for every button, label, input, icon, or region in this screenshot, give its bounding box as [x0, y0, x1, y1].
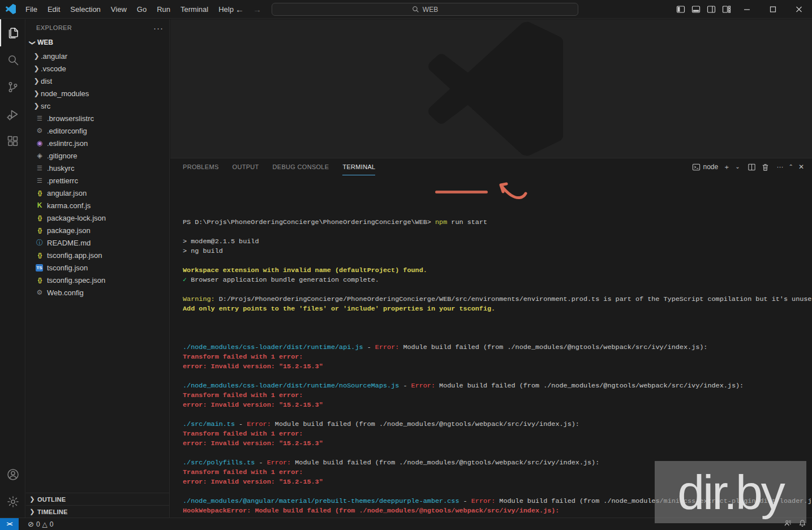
remote-indicator[interactable]: ><: [0, 518, 19, 530]
tree-item-karma.conf.js[interactable]: Kkarma.conf.js: [26, 199, 169, 212]
tree-item-label: angular.json: [47, 189, 87, 197]
terminal-line: PS D:\Projs\PhoneOrderingConcierge\Phone…: [183, 218, 812, 227]
tree-item-README.md[interactable]: ⓘREADME.md: [26, 236, 169, 249]
menu-go[interactable]: Go: [132, 0, 152, 19]
tree-item-package-lock.json[interactable]: {}package-lock.json: [26, 212, 169, 224]
explorer-sidebar: EXPLORER ··· ❯ WEB ❯.angular❯.vscode❯dis…: [26, 19, 170, 518]
activity-search-icon[interactable]: [0, 46, 25, 74]
menu-view[interactable]: View: [106, 0, 132, 19]
tree-item-label: .huskyrc: [47, 164, 74, 173]
menu-terminal[interactable]: Terminal: [175, 0, 213, 19]
tree-item-.prettierrc[interactable]: ☰.prettierrc: [26, 174, 169, 187]
tree-item-label: dist: [41, 77, 52, 85]
activity-accounts-icon[interactable]: [0, 461, 25, 488]
new-terminal-icon[interactable]: ＋: [723, 163, 730, 170]
tree-item-package.json[interactable]: {}package.json: [26, 224, 169, 236]
terminal-line: Transform failed with 1 error:: [183, 352, 812, 362]
terminal-icon: [692, 163, 701, 171]
menu-file[interactable]: File: [20, 0, 42, 19]
nav-back-button[interactable]: ←: [235, 5, 244, 14]
panel-tabs: PROBLEMSOUTPUTDEBUG CONSOLETERMINAL: [183, 158, 375, 175]
sidebar-bottom-sections: ❯OUTLINE❯TIMELINE: [26, 493, 169, 518]
tree-item-.vscode[interactable]: ❯.vscode: [26, 62, 169, 75]
panel-more-actions-icon[interactable]: ···: [777, 163, 784, 170]
layout-sidebar-left-icon[interactable]: [673, 0, 688, 19]
panel-tab-output[interactable]: OUTPUT: [233, 158, 259, 175]
tree-item-label: tsconfig.json: [47, 264, 88, 272]
terminal-line: [183, 227, 812, 237]
layout-customize-icon[interactable]: [719, 0, 734, 19]
activity-settings-icon[interactable]: [0, 488, 25, 515]
editor-area[interactable]: [170, 19, 812, 158]
launch-profile-chevron-icon[interactable]: ⌄: [735, 164, 740, 170]
tree-item-label: .prettierrc: [47, 176, 78, 185]
tree-root-web[interactable]: ❯ WEB: [26, 36, 169, 49]
layout-panel-icon[interactable]: [688, 0, 703, 19]
layout-sidebar-right-icon[interactable]: [703, 0, 719, 19]
gear-icon: ⚙: [35, 288, 44, 296]
activity-source-control-icon[interactable]: [0, 74, 25, 101]
menu-edit[interactable]: Edit: [42, 0, 65, 19]
search-icon: [412, 6, 419, 13]
tree-item-.editorconfig[interactable]: ⚙.editorconfig: [26, 124, 169, 137]
activity-run-and-debug-icon[interactable]: [0, 101, 25, 128]
terminal-line: ./node_modules/css-loader/dist/runtime/a…: [183, 343, 812, 352]
split-terminal-icon[interactable]: [747, 163, 756, 171]
terminal-profile[interactable]: node: [692, 163, 718, 171]
tree-item-label: README.md: [47, 239, 91, 247]
warnings-count: 0: [50, 520, 54, 528]
kill-terminal-icon[interactable]: [761, 163, 770, 171]
info-icon: ⓘ: [35, 238, 44, 248]
nav-forward-button[interactable]: →: [253, 5, 261, 14]
tree-item-.browserslistrc[interactable]: ☰.browserslistrc: [26, 112, 169, 124]
tree-item-.angular[interactable]: ❯.angular: [26, 50, 169, 62]
tree-item-label: Web.config: [47, 288, 84, 297]
problems-status[interactable]: ⊘ 0 △ 0: [25, 518, 57, 530]
menu-run[interactable]: Run: [152, 0, 175, 19]
tree-item-label: tsconfig.spec.json: [47, 276, 105, 285]
maximize-panel-icon[interactable]: ⌃: [789, 164, 793, 170]
activity-extensions-icon[interactable]: [0, 128, 25, 155]
window-controls: [673, 0, 812, 19]
tree-item-angular.json[interactable]: {}angular.json: [26, 187, 169, 199]
tree-item-label: .eslintrc.json: [47, 139, 88, 148]
sidebar-title: EXPLORER: [36, 24, 72, 31]
more-actions-icon[interactable]: ···: [153, 23, 164, 33]
panel-tab-terminal[interactable]: TERMINAL: [342, 158, 375, 175]
close-panel-icon[interactable]: ✕: [798, 163, 804, 170]
terminal-line: ./node_modules/css-loader/dist/runtime/n…: [183, 381, 812, 391]
section-outline[interactable]: ❯OUTLINE: [26, 493, 169, 505]
activity-explorer-icon[interactable]: [0, 19, 25, 46]
tree-item-src[interactable]: ❯src: [26, 100, 169, 112]
json-icon: {}: [35, 252, 44, 258]
menu-selection[interactable]: Selection: [65, 0, 105, 19]
minimize-button[interactable]: [734, 0, 760, 19]
tree-item-.eslintrc.json[interactable]: ◉.eslintrc.json: [26, 137, 169, 149]
close-window-button[interactable]: [786, 0, 812, 19]
tree-item-Web.config[interactable]: ⚙Web.config: [26, 286, 169, 299]
tree-item-label: src: [41, 102, 50, 110]
panel-tab-problems[interactable]: PROBLEMS: [183, 158, 219, 175]
terminal-line: Workspace extension with invalid name (d…: [183, 266, 812, 275]
tree-item-dist[interactable]: ❯dist: [26, 75, 169, 87]
tree-item-.huskyrc[interactable]: ☰.huskyrc: [26, 162, 169, 174]
tree-item-node_modules[interactable]: ❯node_modules: [26, 87, 169, 100]
terminal-line: Transform failed with 1 error:: [183, 391, 812, 400]
section-timeline[interactable]: ❯TIMELINE: [26, 505, 169, 518]
tree-item-tsconfig.spec.json[interactable]: {}tsconfig.spec.json: [26, 274, 169, 286]
tree-item-.gitignore[interactable]: ◈.gitignore: [26, 149, 169, 162]
tree-item-tsconfig.app.json[interactable]: {}tsconfig.app.json: [26, 249, 169, 261]
terminal-line: > ng build: [183, 247, 812, 256]
tree-item-tsconfig.json[interactable]: TStsconfig.json: [26, 261, 169, 274]
terminal-line: [183, 324, 812, 333]
menu-bar: FileEditSelectionViewGoRunTerminalHelp: [20, 0, 239, 18]
command-center-search[interactable]: WEB: [272, 3, 578, 16]
terminal-line: ./src/main.ts - Error: Module build fail…: [183, 420, 812, 429]
panel-tab-debug-console[interactable]: DEBUG CONSOLE: [273, 158, 329, 175]
chevron-right-icon: ❯: [32, 64, 41, 72]
list-icon: ☰: [35, 177, 44, 184]
tree-item-label: node_modules: [41, 89, 89, 98]
maximize-button[interactable]: [760, 0, 786, 19]
tree-item-label: .vscode: [41, 64, 66, 73]
terminal-line: error: Invalid version: "15.2-15.3": [183, 439, 812, 449]
